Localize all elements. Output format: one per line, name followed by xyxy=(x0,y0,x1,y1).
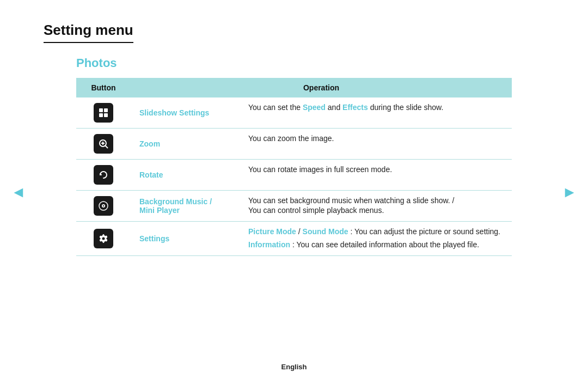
settings-op-line1: Picture Mode / Sound Mode : You can adju… xyxy=(248,227,503,236)
operation-cell-rotate: You can rotate images in full screen mod… xyxy=(240,160,512,191)
button-cell-music xyxy=(76,191,131,222)
nav-left-arrow[interactable]: ◄ xyxy=(11,184,26,201)
op-text: and xyxy=(326,103,342,112)
operation-cell-settings: Picture Mode / Sound Mode : You can adju… xyxy=(240,222,512,256)
operation-cell-zoom: You can zoom the image. xyxy=(240,129,512,160)
settings-table: Button Operation xyxy=(76,78,512,256)
effects-highlight: Effects xyxy=(342,103,368,112)
slideshow-icon xyxy=(94,103,113,123)
label-cell-music: Background Music / Mini Player xyxy=(131,191,240,222)
settings-label: Settings xyxy=(139,234,169,243)
section-title: Photos xyxy=(76,56,544,70)
op-text: You can set the xyxy=(248,103,303,112)
svg-line-5 xyxy=(106,146,108,149)
button-cell-slideshow xyxy=(76,97,131,129)
table-row: Rotate You can rotate images in full scr… xyxy=(76,160,512,191)
label-cell-slideshow: Slideshow Settings xyxy=(131,97,240,129)
label-cell-zoom: Zoom xyxy=(131,129,240,160)
settings-op-line2: Information : You can see detailed infor… xyxy=(248,240,503,249)
nav-right-arrow[interactable]: ► xyxy=(562,184,577,201)
button-cell-rotate xyxy=(76,160,131,191)
operation-cell-slideshow: You can set the Speed and Effects during… xyxy=(240,97,512,129)
table-header-row: Button Operation xyxy=(76,78,512,97)
table-row: Background Music / Mini Player You can s… xyxy=(76,191,512,222)
svg-rect-0 xyxy=(99,108,103,112)
slideshow-label: Slideshow Settings xyxy=(139,108,209,117)
picture-mode-highlight: Picture Mode xyxy=(248,227,296,236)
rotate-op-text: You can rotate images in full screen mod… xyxy=(248,165,392,174)
music-op-line2: You can control simple playback menus. xyxy=(248,206,503,215)
page-wrapper: Setting menu Photos Button Operation xyxy=(0,0,588,278)
music-op-line1: You can set background music when watchi… xyxy=(248,196,503,205)
table-container: Button Operation xyxy=(76,78,512,256)
button-cell-settings xyxy=(76,222,131,256)
button-cell-zoom xyxy=(76,129,131,160)
svg-rect-3 xyxy=(104,113,108,117)
svg-rect-1 xyxy=(104,108,108,112)
footer-language: English xyxy=(0,363,588,371)
col-header-operation: Operation xyxy=(131,78,512,97)
col-header-button: Button xyxy=(76,78,131,97)
op-text: : You can adjust the picture or sound se… xyxy=(350,227,500,236)
zoom-op-text: You can zoom the image. xyxy=(248,134,334,143)
language-label: English xyxy=(281,363,307,371)
table-row: Settings Picture Mode / Sound Mode : You… xyxy=(76,222,512,256)
zoom-icon xyxy=(94,134,113,154)
svg-point-10 xyxy=(103,205,104,206)
operation-cell-music: You can set background music when watchi… xyxy=(240,191,512,222)
svg-rect-2 xyxy=(99,113,103,117)
information-highlight: Information xyxy=(248,240,290,249)
label-cell-settings: Settings xyxy=(131,222,240,256)
rotate-label: Rotate xyxy=(139,170,163,179)
music-icon xyxy=(94,196,113,216)
sound-mode-highlight: Sound Mode xyxy=(303,227,348,236)
speed-highlight: Speed xyxy=(303,103,326,112)
table-row: Slideshow Settings You can set the Speed… xyxy=(76,97,512,129)
table-row: Zoom You can zoom the image. xyxy=(76,129,512,160)
label-cell-rotate: Rotate xyxy=(131,160,240,191)
music-label: Background Music / Mini Player xyxy=(139,197,212,215)
op-text: : You can see detailed information about… xyxy=(292,240,479,249)
zoom-label: Zoom xyxy=(139,139,160,148)
settings-icon xyxy=(94,229,113,248)
rotate-icon xyxy=(94,165,113,185)
page-title: Setting menu xyxy=(44,22,133,43)
op-text: during the slide show. xyxy=(368,103,444,112)
op-sep: / xyxy=(298,227,303,236)
